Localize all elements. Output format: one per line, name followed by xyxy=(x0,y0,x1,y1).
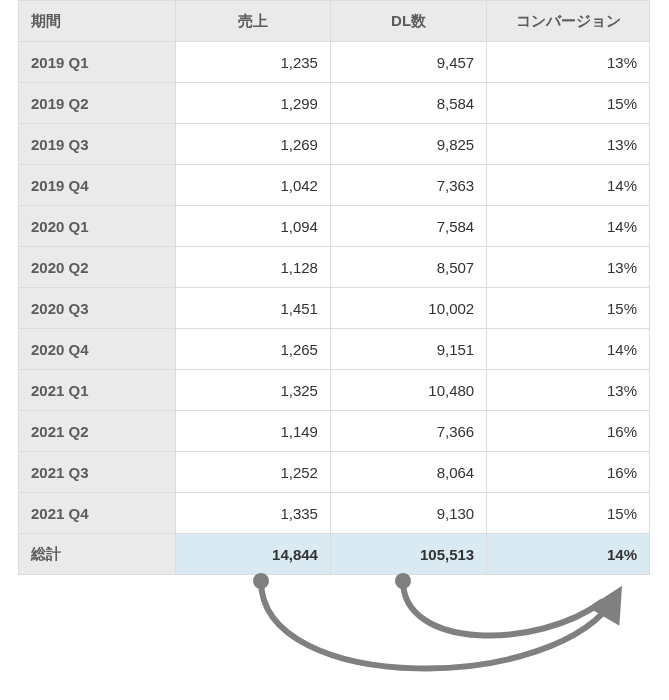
table-row: 2021 Q11,32510,48013% xyxy=(19,370,650,411)
cell-sales: 1,094 xyxy=(175,206,330,247)
cell-sales: 1,325 xyxy=(175,370,330,411)
cell-dl: 9,457 xyxy=(330,42,486,83)
header-dl: DL数 xyxy=(330,1,486,42)
table-row: 2021 Q41,3359,13015% xyxy=(19,493,650,534)
cell-total-sales: 14,844 xyxy=(175,534,330,575)
cell-total-label: 総計 xyxy=(19,534,176,575)
cell-sales: 1,299 xyxy=(175,83,330,124)
cell-sales: 1,042 xyxy=(175,165,330,206)
table-row: 2019 Q11,2359,45713% xyxy=(19,42,650,83)
cell-period: 2020 Q2 xyxy=(19,247,176,288)
cell-conversion: 13% xyxy=(487,370,650,411)
table-row: 2019 Q21,2998,58415% xyxy=(19,83,650,124)
total-row: 総計14,844105,51314% xyxy=(19,534,650,575)
cell-conversion: 16% xyxy=(487,452,650,493)
cell-sales: 1,335 xyxy=(175,493,330,534)
cell-conversion: 14% xyxy=(487,165,650,206)
cell-sales: 1,269 xyxy=(175,124,330,165)
table-row: 2021 Q21,1497,36616% xyxy=(19,411,650,452)
table-row: 2019 Q31,2699,82513% xyxy=(19,124,650,165)
cell-period: 2021 Q1 xyxy=(19,370,176,411)
cell-sales: 1,128 xyxy=(175,247,330,288)
dot-dl xyxy=(395,573,411,589)
cell-period: 2020 Q3 xyxy=(19,288,176,329)
cell-dl: 7,584 xyxy=(330,206,486,247)
table-row: 2021 Q31,2528,06416% xyxy=(19,452,650,493)
cell-dl: 10,480 xyxy=(330,370,486,411)
cell-dl: 9,825 xyxy=(330,124,486,165)
cell-dl: 8,584 xyxy=(330,83,486,124)
table-row: 2020 Q31,45110,00215% xyxy=(19,288,650,329)
cell-conversion: 15% xyxy=(487,83,650,124)
arrow-dl-to-conv xyxy=(403,581,603,636)
header-conversion: コンバージョン xyxy=(487,1,650,42)
cell-conversion: 14% xyxy=(487,329,650,370)
cell-conversion: 15% xyxy=(487,493,650,534)
cell-period: 2019 Q1 xyxy=(19,42,176,83)
table-row: 2019 Q41,0427,36314% xyxy=(19,165,650,206)
cell-conversion: 13% xyxy=(487,124,650,165)
data-table: 期間 売上 DL数 コンバージョン 2019 Q11,2359,45713%20… xyxy=(18,0,650,575)
header-sales: 売上 xyxy=(175,1,330,42)
cell-total-dl: 105,513 xyxy=(330,534,486,575)
cell-period: 2019 Q4 xyxy=(19,165,176,206)
cell-sales: 1,451 xyxy=(175,288,330,329)
cell-conversion: 13% xyxy=(487,247,650,288)
cell-dl: 9,151 xyxy=(330,329,486,370)
cell-dl: 7,366 xyxy=(330,411,486,452)
cell-dl: 8,507 xyxy=(330,247,486,288)
table-row: 2020 Q11,0947,58414% xyxy=(19,206,650,247)
arrow-sales-to-conv xyxy=(261,581,616,668)
table-row: 2020 Q41,2659,15114% xyxy=(19,329,650,370)
cell-period: 2019 Q2 xyxy=(19,83,176,124)
cell-conversion: 14% xyxy=(487,206,650,247)
cell-sales: 1,252 xyxy=(175,452,330,493)
cell-sales: 1,235 xyxy=(175,42,330,83)
cell-dl: 9,130 xyxy=(330,493,486,534)
cell-period: 2020 Q4 xyxy=(19,329,176,370)
table-row: 2020 Q21,1288,50713% xyxy=(19,247,650,288)
cell-period: 2021 Q4 xyxy=(19,493,176,534)
cell-dl: 8,064 xyxy=(330,452,486,493)
cell-conversion: 15% xyxy=(487,288,650,329)
cell-period: 2019 Q3 xyxy=(19,124,176,165)
cell-sales: 1,265 xyxy=(175,329,330,370)
cell-conversion: 16% xyxy=(487,411,650,452)
cell-total-conversion: 14% xyxy=(487,534,650,575)
header-period: 期間 xyxy=(19,1,176,42)
cell-conversion: 13% xyxy=(487,42,650,83)
dot-sales xyxy=(253,573,269,589)
cell-sales: 1,149 xyxy=(175,411,330,452)
cell-period: 2021 Q2 xyxy=(19,411,176,452)
cell-dl: 7,363 xyxy=(330,165,486,206)
cell-period: 2021 Q3 xyxy=(19,452,176,493)
header-row: 期間 売上 DL数 コンバージョン xyxy=(19,1,650,42)
cell-dl: 10,002 xyxy=(330,288,486,329)
cell-period: 2020 Q1 xyxy=(19,206,176,247)
